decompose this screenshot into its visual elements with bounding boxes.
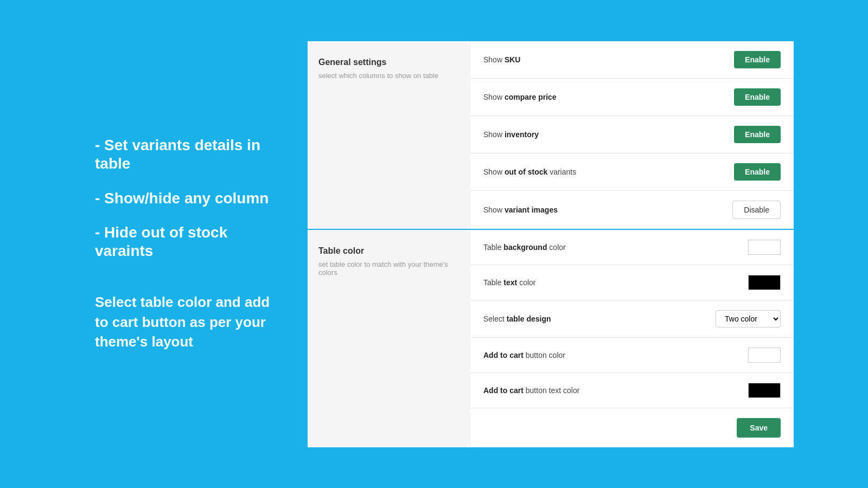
show-out-of-stock-row: Show out of stock variants Enable: [470, 153, 794, 191]
show-out-of-stock-button[interactable]: Enable: [734, 163, 781, 181]
show-out-of-stock-label: Show out of stock variants: [483, 168, 576, 176]
table-background-color-label: Table background color: [483, 243, 566, 252]
show-sku-button[interactable]: Enable: [734, 51, 781, 68]
table-color-section: Table color set table color to match wit…: [308, 230, 794, 447]
table-color-rows: Table background color Table text color …: [470, 230, 794, 447]
table-color-title: Table color: [318, 246, 459, 256]
add-to-cart-text-color-row: Add to cart button text color: [470, 373, 794, 408]
add-to-cart-text-color-label: Add to cart button text color: [483, 386, 579, 395]
feature-item-1: Set variants details in table: [95, 136, 285, 172]
table-background-color-row: Table background color: [470, 230, 794, 265]
table-text-color-row: Table text color: [470, 265, 794, 300]
bottom-description: Select table color and add to cart butto…: [95, 292, 285, 351]
add-to-cart-button-color-label: Add to cart button color: [483, 351, 565, 359]
show-inventory-row: Show inventory Enable: [470, 116, 794, 153]
table-design-select[interactable]: Two color Single color Striped: [716, 310, 781, 328]
show-variant-images-row: Show variant images Disable: [470, 191, 794, 229]
show-inventory-button[interactable]: Enable: [734, 126, 781, 143]
left-panel: Set variants details in table Show/hide …: [73, 114, 307, 373]
save-button[interactable]: Save: [737, 418, 781, 438]
show-sku-label: Show SKU: [483, 55, 520, 64]
show-compare-price-button[interactable]: Enable: [734, 88, 781, 106]
add-to-cart-button-color-row: Add to cart button color: [470, 338, 794, 373]
feature-item-3: Hide out of stock varaints: [95, 223, 285, 260]
add-to-cart-text-color-swatch[interactable]: [748, 383, 781, 398]
table-color-desc: set table color to match with your theme…: [318, 260, 459, 277]
table-color-label: Table color set table color to match wit…: [308, 230, 470, 447]
show-sku-row: Show SKU Enable: [470, 41, 794, 79]
feature-item-2: Show/hide any column: [95, 189, 285, 208]
show-compare-price-row: Show compare price Enable: [470, 79, 794, 116]
general-settings-title: General settings: [318, 57, 459, 67]
general-settings-section: General settings select which columns to…: [308, 41, 794, 230]
right-panel: General settings select which columns to…: [307, 40, 795, 448]
general-settings-label: General settings select which columns to…: [308, 41, 470, 229]
select-table-design-label: Select table design: [483, 314, 551, 323]
general-settings-rows: Show SKU Enable Show compare price Enabl…: [470, 41, 794, 229]
table-text-color-swatch[interactable]: [748, 275, 781, 290]
show-variant-images-button[interactable]: Disable: [732, 201, 781, 219]
show-variant-images-label: Show variant images: [483, 206, 558, 214]
show-compare-price-label: Show compare price: [483, 93, 557, 101]
show-inventory-label: Show inventory: [483, 130, 539, 139]
save-row: Save: [470, 408, 794, 447]
general-settings-desc: select which columns to show on table: [318, 72, 459, 80]
add-to-cart-button-color-swatch[interactable]: [748, 348, 781, 363]
table-background-color-swatch[interactable]: [748, 240, 781, 255]
feature-list: Set variants details in table Show/hide …: [95, 136, 285, 260]
select-table-design-row: Select table design Two color Single col…: [470, 300, 794, 338]
table-text-color-label: Table text color: [483, 278, 536, 287]
